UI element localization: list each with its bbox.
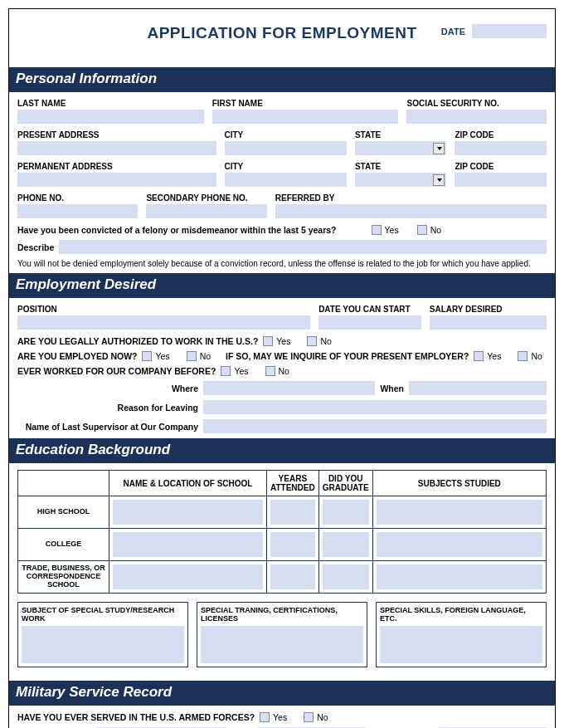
authorized-no[interactable]: No — [307, 336, 331, 346]
checkbox-icon — [307, 336, 317, 346]
label-present-address: PRESENT ADDRESS — [17, 130, 216, 139]
special-study-box: SUBJECT OF SPECIAL STUDY/RESEARCH WORK — [17, 602, 188, 667]
felony-question: Have you been convicted of a felony or m… — [17, 225, 337, 235]
th-name-loc: NAME & LOCATION OF SCHOOL — [109, 471, 267, 496]
section-employment: Employment Desired — [9, 273, 555, 298]
zip2-input[interactable] — [455, 173, 547, 187]
skills-box: SPECIAL SKILLS, FOREIGN LANGUAGE, ETC. — [376, 602, 547, 667]
supervisor-input[interactable] — [203, 419, 547, 433]
label-city2: CITY — [225, 162, 347, 171]
date-field: DATE — [441, 24, 547, 38]
label-zip2: ZIP CODE — [455, 162, 547, 171]
page-title: APPLICATION FOR EMPLOYMENT — [147, 24, 416, 42]
trade-years-input[interactable] — [270, 564, 315, 589]
special-study-input[interactable] — [22, 626, 184, 663]
training-input[interactable] — [201, 626, 363, 663]
college-subjects-input[interactable] — [377, 532, 542, 557]
date-label: DATE — [441, 27, 465, 37]
inquire-no[interactable]: No — [518, 351, 542, 361]
present-address-input[interactable] — [17, 141, 216, 155]
row-high-school: HIGH SCHOOL — [18, 496, 109, 529]
trade-graduate-input[interactable] — [323, 564, 369, 589]
label-skills: SPECIAL SKILLS, FOREIGN LANGUAGE, ETC. — [380, 606, 542, 623]
authorized-question: ARE YOU LEGALLY AUTHORIZED TO WORK IN TH… — [17, 336, 258, 346]
label-special-study: SUBJECT OF SPECIAL STUDY/RESEARCH WORK — [22, 606, 184, 623]
hs-name-input[interactable] — [113, 500, 263, 525]
form-page: APPLICATION FOR EMPLOYMENT DATE Personal… — [8, 8, 556, 728]
checkbox-icon — [304, 712, 314, 722]
label-describe: Describe — [17, 242, 54, 252]
served-question: HAVE YOU EVER SERVED IN THE U.S. ARMED F… — [17, 712, 255, 722]
label-supervisor: Name of Last Supervisor at Our Company — [17, 422, 198, 432]
skills-input[interactable] — [380, 626, 542, 663]
training-box: SPECIAL TRANING, CERTIFICATIONS, LICENSE… — [197, 602, 367, 667]
trade-name-input[interactable] — [113, 564, 263, 589]
th-graduate: DID YOU GRADUATE — [318, 471, 372, 496]
referred-by-input[interactable] — [275, 204, 547, 218]
served-yes[interactable]: Yes — [260, 712, 287, 722]
where-input[interactable] — [203, 381, 375, 395]
label-phone: PHONE NO. — [17, 193, 138, 203]
conviction-disclaimer: You will not be denied employment solely… — [17, 259, 547, 268]
checkbox-icon — [187, 351, 197, 361]
label-date-start: DATE YOU CAN START — [318, 305, 421, 314]
ssn-input[interactable] — [406, 110, 547, 124]
worked-before-yes[interactable]: Yes — [221, 366, 248, 376]
position-input[interactable] — [17, 315, 310, 330]
first-name-input[interactable] — [212, 110, 399, 124]
inquire-yes[interactable]: Yes — [474, 351, 501, 361]
permanent-address-input[interactable] — [17, 173, 216, 187]
table-row: COLLEGE — [18, 529, 547, 561]
label-state1: STATE — [355, 130, 447, 139]
college-name-input[interactable] — [113, 532, 263, 557]
employed-now-question: ARE YOU EMPLOYED NOW? — [17, 351, 137, 361]
label-ssn: SOCIAL SECURITY NO. — [406, 99, 547, 108]
salary-input[interactable] — [430, 315, 547, 330]
date-input[interactable] — [472, 24, 547, 38]
study-boxes: SUBJECT OF SPECIAL STUDY/RESEARCH WORK S… — [17, 602, 547, 667]
felony-yes[interactable]: Yes — [372, 225, 399, 235]
reason-leaving-input[interactable] — [203, 400, 547, 414]
checkbox-icon — [372, 225, 382, 235]
education-table: NAME & LOCATION OF SCHOOL YEARS ATTENDED… — [17, 470, 547, 594]
last-name-input[interactable] — [17, 110, 204, 124]
header: APPLICATION FOR EMPLOYMENT DATE — [17, 24, 547, 42]
date-start-input[interactable] — [318, 315, 421, 330]
row-trade: TRADE, BUSINESS, OR CORRESPONDENCE SCHOO… — [18, 561, 109, 594]
employed-no[interactable]: No — [187, 351, 211, 361]
city1-input[interactable] — [225, 141, 347, 155]
th-subjects: SUBJECTS STUDIED — [372, 471, 546, 496]
row-college: COLLEGE — [18, 529, 109, 561]
section-personal: Personal Information — [9, 67, 555, 92]
felony-no[interactable]: No — [417, 225, 441, 235]
label-city1: CITY — [225, 130, 347, 139]
zip1-input[interactable] — [455, 141, 547, 155]
college-years-input[interactable] — [270, 532, 315, 557]
inquire-question: IF SO, MAY WE INQUIRE OF YOUR PRESENT EM… — [226, 351, 469, 361]
authorized-yes[interactable]: Yes — [263, 336, 290, 346]
label-reason-leaving: Reason for Leaving — [17, 403, 198, 413]
college-graduate-input[interactable] — [323, 532, 369, 557]
worked-before-no[interactable]: No — [265, 366, 289, 376]
label-salary: SALARY DESIRED — [430, 305, 547, 314]
table-row: TRADE, BUSINESS, OR CORRESPONDENCE SCHOO… — [18, 561, 547, 594]
checkbox-icon — [142, 351, 152, 361]
label-secondary-phone: SECONDARY PHONE NO. — [146, 193, 266, 203]
phone-input[interactable] — [17, 204, 138, 218]
label-when: When — [380, 384, 404, 393]
describe-input[interactable] — [59, 240, 547, 254]
hs-graduate-input[interactable] — [323, 500, 369, 525]
section-military: Military Service Record — [9, 681, 555, 706]
employed-yes[interactable]: Yes — [142, 351, 169, 361]
checkbox-icon — [260, 712, 270, 722]
city2-input[interactable] — [225, 173, 347, 187]
hs-years-input[interactable] — [270, 500, 315, 525]
served-no[interactable]: No — [304, 712, 328, 722]
state2-select[interactable] — [355, 173, 447, 187]
worked-before-question: EVER WORKED FOR OUR COMPANY BEFORE? — [17, 366, 216, 376]
hs-subjects-input[interactable] — [377, 500, 542, 525]
state1-select[interactable] — [355, 141, 447, 155]
secondary-phone-input[interactable] — [146, 204, 266, 218]
when-input[interactable] — [409, 381, 547, 395]
trade-subjects-input[interactable] — [377, 564, 542, 589]
